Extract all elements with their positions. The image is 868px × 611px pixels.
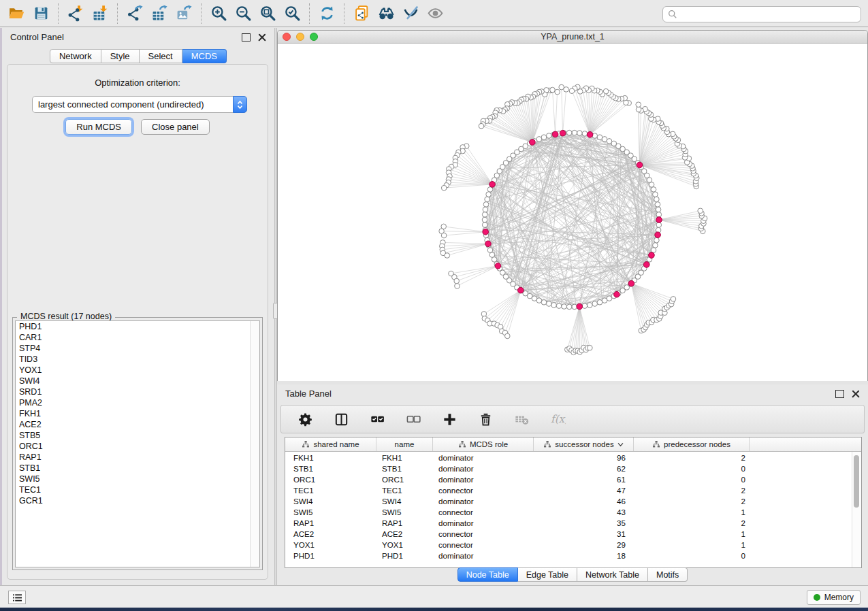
window-close-icon[interactable] [283, 33, 291, 41]
close-panel-button[interactable]: Close panel [141, 119, 210, 135]
apply-layout-button[interactable] [315, 3, 339, 24]
export-network-button[interactable] [123, 3, 147, 24]
table-row[interactable]: YOX1YOX1connector291 [285, 539, 861, 550]
zoom-in-button[interactable] [206, 3, 231, 24]
select-all-button[interactable] [368, 410, 386, 428]
mcds-result-item[interactable]: ACE2 [16, 419, 259, 430]
table-row[interactable]: ACE2ACE2connector311 [285, 528, 861, 539]
network-graph[interactable] [278, 44, 867, 381]
column-header-predecessor-nodes[interactable]: predecessor nodes [634, 437, 750, 451]
mcds-result-item[interactable]: STB1 [16, 463, 259, 474]
mcds-list-scrollbar[interactable] [250, 321, 259, 567]
mcds-result-item[interactable]: ORC1 [16, 441, 259, 452]
tab-motifs[interactable]: Motifs [648, 567, 688, 582]
delete-row-button[interactable] [477, 410, 494, 428]
column-header-successor-nodes[interactable]: successor nodes [534, 437, 634, 451]
float-panel-icon[interactable] [242, 33, 251, 42]
hide-graphics-details-button[interactable] [398, 3, 423, 24]
export-table-button[interactable] [147, 3, 172, 24]
mcds-result-item[interactable]: PMA2 [16, 397, 259, 408]
run-mcds-button[interactable]: Run MCDS [65, 119, 132, 135]
table-scrollbar-thumb[interactable] [854, 455, 859, 508]
import-table-button[interactable] [88, 3, 112, 24]
mcds-result-item[interactable]: SWI4 [16, 376, 259, 386]
search-box[interactable] [662, 6, 861, 22]
desktop-wallpaper [0, 608, 868, 611]
tab-network-table[interactable]: Network Table [577, 567, 648, 582]
mcds-result-item[interactable]: TID3 [16, 354, 259, 365]
mcds-result-item[interactable]: CAR1 [16, 332, 259, 343]
table-row[interactable]: STB1STB1dominator620 [285, 463, 861, 474]
delete-table-icon [514, 412, 530, 427]
column-header-MCDS-role[interactable]: MCDS role [433, 437, 534, 451]
import-table-icon [92, 5, 109, 22]
mcds-result-item[interactable]: YOX1 [16, 365, 259, 376]
settings-icon [298, 412, 313, 427]
tab-style[interactable]: Style [101, 49, 140, 63]
table-scrollbar[interactable] [852, 452, 861, 567]
show-graphics-details-button[interactable] [423, 3, 447, 24]
table-row[interactable]: ORC1ORC1dominator610 [285, 474, 861, 484]
control-panel-titlebar: Control Panel [2, 28, 274, 46]
optimization-criterion-select[interactable]: largest connected component (undirected) [32, 96, 247, 113]
mcds-result-list[interactable]: PHD1CAR1STP4TID3YOX1SWI4SRD1PMA2FKH1ACE2… [15, 320, 260, 567]
table-row[interactable]: RAP1RAP1dominator352 [285, 517, 861, 528]
export-image-button[interactable] [172, 3, 196, 24]
column-label: predecessor nodes [664, 440, 730, 448]
memory-button[interactable]: Memory [807, 590, 861, 605]
float-panel-icon[interactable] [835, 390, 844, 398]
close-panel-icon[interactable] [852, 390, 860, 398]
mcds-result-item[interactable]: SWI5 [16, 474, 259, 484]
task-history-button[interactable] [8, 591, 26, 604]
table-toolbar: f(x) [280, 405, 865, 433]
column-header-shared-name[interactable]: shared name [285, 437, 376, 451]
table-cell: 61 [534, 475, 634, 484]
settings-button[interactable] [296, 410, 314, 428]
tab-select[interactable]: Select [140, 49, 182, 63]
zoom-selected-button[interactable] [280, 3, 304, 24]
window-minimize-icon[interactable] [296, 33, 304, 41]
search-input[interactable] [677, 10, 861, 20]
tab-node-table[interactable]: Node Table [457, 567, 518, 582]
mcds-result-item[interactable]: GCR1 [16, 495, 259, 506]
delete-row-icon [478, 412, 494, 427]
tab-edge-table[interactable]: Edge Table [518, 567, 577, 582]
table-cell: 2 [634, 518, 750, 527]
mcds-result-item[interactable]: FKH1 [16, 408, 259, 419]
deselect-all-button[interactable] [404, 410, 422, 428]
close-panel-icon[interactable] [258, 33, 266, 42]
network-window-titlebar[interactable]: YPA_prune.txt_1 [278, 31, 867, 44]
mcds-result-item[interactable]: STB5 [16, 430, 259, 441]
open-session-button[interactable] [4, 3, 29, 24]
clone-network-button[interactable] [349, 3, 374, 24]
table-row[interactable]: PHD1PHD1dominator180 [285, 550, 861, 561]
table-cell: FKH1 [285, 453, 376, 462]
table-row[interactable]: SWI4SWI4dominator462 [285, 495, 861, 506]
tab-mcds[interactable]: MCDS [182, 49, 227, 63]
table-row[interactable]: FKH1FKH1dominator962 [285, 452, 861, 463]
mcds-result-item[interactable]: PHD1 [16, 321, 259, 332]
optimization-criterion-value: largest connected component (undirected) [33, 99, 233, 110]
tab-network[interactable]: Network [50, 49, 101, 63]
network-search-icon [378, 5, 395, 22]
import-network-button[interactable] [63, 3, 88, 24]
table-cell: dominator [433, 475, 534, 484]
add-row-button[interactable] [440, 410, 458, 428]
network-search-button[interactable] [374, 3, 398, 24]
mcds-result-item[interactable]: STP4 [16, 343, 259, 354]
network-canvas[interactable] [278, 44, 867, 381]
mcds-result-item[interactable]: RAP1 [16, 452, 259, 463]
table-cell: 31 [534, 529, 634, 538]
delete-table-button [513, 410, 530, 428]
columns-button[interactable] [332, 410, 350, 428]
mcds-result-item[interactable]: SRD1 [16, 386, 259, 397]
save-session-button[interactable] [29, 3, 53, 24]
table-row[interactable]: TEC1TEC1connector472 [285, 484, 861, 495]
mcds-result-item[interactable]: TEC1 [16, 484, 259, 495]
table-panel: Table Panel f(x) shared namenameMCDS rol… [277, 384, 868, 585]
table-row[interactable]: SWI5SWI5connector431 [285, 506, 861, 517]
zoom-fit-button[interactable] [255, 3, 280, 24]
column-header-name[interactable]: name [376, 437, 433, 451]
zoom-out-button[interactable] [231, 3, 255, 24]
window-maximize-icon[interactable] [310, 33, 318, 41]
